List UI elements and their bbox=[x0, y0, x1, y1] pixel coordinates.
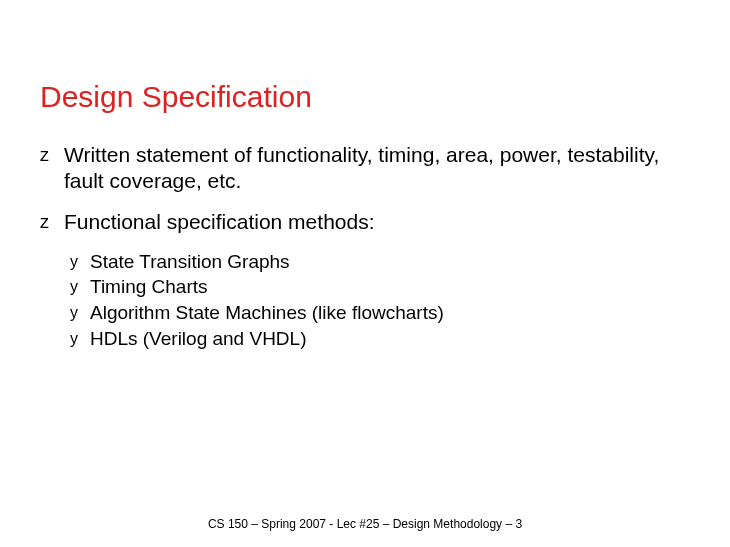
bullet-marker: z bbox=[40, 211, 64, 234]
sub-bullet-text: Algorithm State Machines (like flowchart… bbox=[90, 300, 444, 326]
bullet-text: Written statement of functionality, timi… bbox=[64, 142, 690, 195]
slide-title: Design Specification bbox=[40, 80, 690, 114]
sub-bullet-marker: y bbox=[70, 251, 90, 273]
sub-bullet-text: State Transition Graphs bbox=[90, 249, 290, 275]
sub-bullet-marker: y bbox=[70, 328, 90, 350]
sub-bullet-text: HDLs (Verilog and VHDL) bbox=[90, 326, 306, 352]
slide-footer: CS 150 – Spring 2007 - Lec #25 – Design … bbox=[0, 517, 730, 531]
bullet-item: z Functional specification methods: bbox=[40, 209, 690, 235]
sub-bullet-item: y Timing Charts bbox=[70, 274, 690, 300]
sub-bullet-item: y Algorithm State Machines (like flowcha… bbox=[70, 300, 690, 326]
bullet-text: Functional specification methods: bbox=[64, 209, 690, 235]
sub-bullet-item: y HDLs (Verilog and VHDL) bbox=[70, 326, 690, 352]
sub-bullet-text: Timing Charts bbox=[90, 274, 208, 300]
sub-bullet-list: y State Transition Graphs y Timing Chart… bbox=[70, 249, 690, 352]
bullet-item: z Written statement of functionality, ti… bbox=[40, 142, 690, 195]
sub-bullet-item: y State Transition Graphs bbox=[70, 249, 690, 275]
sub-bullet-marker: y bbox=[70, 276, 90, 298]
sub-bullet-marker: y bbox=[70, 302, 90, 324]
bullet-marker: z bbox=[40, 144, 64, 167]
slide: Design Specification z Written statement… bbox=[0, 0, 730, 351]
